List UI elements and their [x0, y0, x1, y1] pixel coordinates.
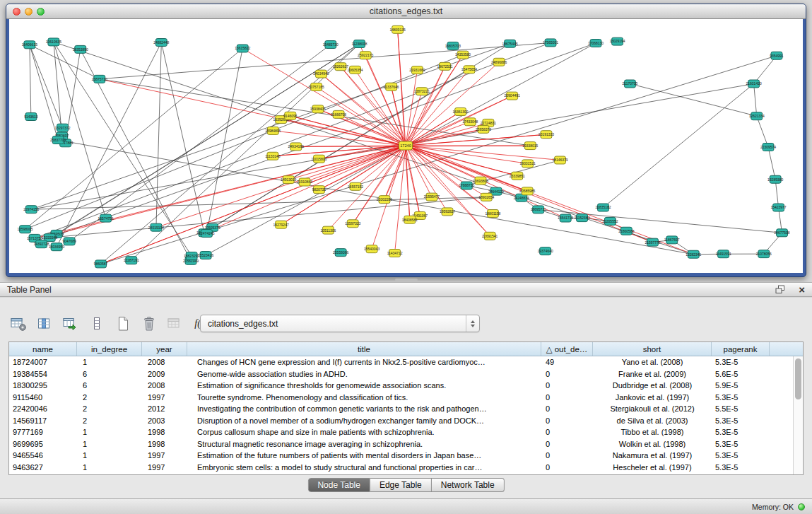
column-header-title[interactable]: title	[187, 342, 541, 356]
cell-in_degree: 1	[77, 463, 142, 472]
table-row[interactable]: 969969511998Structural magnetic resonanc…	[9, 438, 803, 450]
svg-text:14913019: 14913019	[281, 177, 296, 182]
cell-short: Franke et al. (2009)	[593, 370, 712, 378]
window-titlebar[interactable]: citations_edges.txt	[6, 4, 806, 19]
cell-in_degree: 2	[77, 393, 142, 402]
svg-text:18902654: 18902654	[478, 195, 494, 199]
table-scrollbar[interactable]	[793, 356, 803, 474]
svg-text:17068130: 17068130	[588, 41, 604, 45]
svg-text:23875710: 23875710	[92, 77, 107, 81]
column-header-year[interactable]: year	[142, 342, 187, 356]
tab-network-table[interactable]: Network Table	[432, 478, 505, 492]
svg-text:10605354: 10605354	[347, 68, 363, 72]
cell-short: Hescheler et al. (1997)	[593, 463, 712, 472]
svg-text:16361300: 16361300	[452, 110, 468, 114]
svg-text:18675445: 18675445	[502, 42, 518, 46]
delete-table-icon[interactable]	[141, 315, 158, 332]
cell-name: 22420046	[9, 404, 77, 413]
cell-name: 9115460	[9, 393, 77, 402]
svg-text:10757165: 10757165	[309, 85, 324, 89]
tab-edge-table[interactable]: Edge Table	[370, 478, 432, 492]
tab-node-table[interactable]: Node Table	[307, 478, 370, 492]
table-selector-dropdown[interactable]: citations_edges.txt	[200, 315, 480, 332]
cell-name: 9463627	[9, 463, 77, 472]
cell-short: Wolkin et al. (1998)	[593, 440, 712, 448]
svg-text:24644122: 24644122	[488, 189, 504, 194]
svg-text:14839135: 14839135	[390, 28, 406, 32]
column-header-in_degree[interactable]: in_degree	[77, 342, 142, 356]
cell-name: 9465546	[9, 451, 77, 460]
cell-short: Yano et al. (2008)	[593, 358, 712, 366]
table-row[interactable]: 977716911998Corpus callosum shape and si…	[9, 426, 803, 438]
svg-text:9146096: 9146096	[283, 114, 298, 118]
table-toolbar: f(x)	[10, 313, 210, 334]
svg-text:19672531: 19672531	[437, 64, 452, 69]
status-bar: Memory: OK	[0, 498, 812, 514]
column-header-name[interactable]: name	[9, 342, 77, 356]
cell-year: 2003	[142, 416, 187, 425]
svg-text:22309574: 22309574	[760, 145, 776, 149]
table-row[interactable]: 1872400712008Changes of HCN gene express…	[9, 356, 803, 368]
svg-text:25559366: 25559366	[333, 250, 348, 255]
table-row[interactable]: 1830029562008Estimation of significance …	[9, 380, 803, 392]
cell-in_degree: 1	[77, 358, 142, 366]
cell-in_degree: 1	[77, 428, 142, 436]
column-header-out_de[interactable]: △ out_de…	[541, 342, 593, 356]
svg-text:18408581: 18408581	[402, 218, 418, 222]
svg-text:21931669: 21931669	[409, 68, 425, 72]
svg-text:24019104: 24019104	[148, 226, 164, 230]
dropdown-arrows-icon	[466, 315, 479, 332]
svg-text:24034940: 24034940	[313, 71, 329, 76]
table-row[interactable]: 911546021997Tourette syndrome. Phenomeno…	[9, 392, 803, 404]
cell-out_de: 0	[541, 463, 593, 472]
table-row[interactable]: 946362711997Embryonic stem cells: a mode…	[9, 462, 803, 474]
network-canvas[interactable]: 9860587157137589859505135980051603495015…	[9, 19, 803, 273]
float-panel-icon[interactable]	[772, 281, 789, 298]
svg-text:16574751: 16574751	[98, 216, 114, 221]
svg-text:25837703: 25837703	[50, 138, 66, 142]
cell-pagerank: 5.6E-5	[712, 370, 770, 378]
show-columns-icon[interactable]	[36, 315, 53, 332]
create-table-icon[interactable]	[114, 315, 131, 332]
svg-text:15485730: 15485730	[323, 42, 339, 47]
svg-text:14392728: 14392728	[33, 242, 49, 246]
column-header-pagerank[interactable]: pagerank	[712, 342, 770, 356]
cell-pagerank: 5.3E-5	[712, 428, 770, 436]
column-header-short[interactable]: short	[593, 342, 712, 356]
cell-out_de: 0	[541, 370, 593, 378]
cell-pagerank: 5.3E-5	[712, 451, 770, 460]
panel-splitter-handle[interactable]	[395, 279, 418, 281]
cell-name: 9777169	[9, 428, 77, 436]
table-row[interactable]: 946554611997Estimation of the future num…	[9, 450, 803, 462]
svg-text:17565001: 17565001	[543, 40, 558, 45]
table-row[interactable]: 1938455462009Genome-wide association stu…	[9, 368, 803, 380]
svg-text:15984895: 15984895	[265, 129, 281, 133]
svg-text:21910843: 21910843	[297, 180, 312, 184]
cell-title: Structural magnetic resonance image aver…	[187, 440, 541, 448]
svg-text:23191333: 23191333	[539, 132, 554, 136]
svg-text:21860588: 21860588	[618, 229, 634, 233]
cell-short: Stergiakouli et al. (2012)	[593, 404, 712, 413]
cell-year: 1997	[142, 451, 187, 460]
row-tools-icon[interactable]	[88, 315, 105, 332]
svg-text:9047689: 9047689	[62, 239, 76, 243]
cell-title: Estimation of significance thresholds fo…	[187, 381, 541, 390]
svg-text:13873221: 13873221	[414, 89, 430, 93]
scrollbar-thumb[interactable]	[795, 358, 801, 399]
svg-text:21597776: 21597776	[645, 240, 660, 245]
svg-text:20585985: 20585985	[519, 189, 535, 193]
cell-pagerank: 5.3E-5	[712, 416, 770, 425]
cell-short: de Silva et al. (2003)	[593, 416, 712, 425]
cell-pagerank: 5.3E-5	[712, 393, 770, 402]
table-row[interactable]: 1456911722003Disruption of a novel membe…	[9, 415, 803, 427]
cell-in_degree: 1	[77, 451, 142, 460]
svg-text:13029194: 13029194	[609, 40, 625, 44]
svg-text:11867697: 11867697	[664, 238, 680, 242]
import-table-icon[interactable]	[62, 315, 79, 332]
table-options-icon[interactable]	[10, 315, 27, 332]
svg-text:9143613: 9143613	[24, 115, 38, 119]
table-row[interactable]: 2242004622012Investigating the contribut…	[9, 403, 803, 415]
memory-status-label: Memory: OK	[752, 503, 794, 511]
close-panel-icon[interactable]: ×	[799, 284, 805, 295]
cell-name: 18300295	[9, 381, 77, 390]
